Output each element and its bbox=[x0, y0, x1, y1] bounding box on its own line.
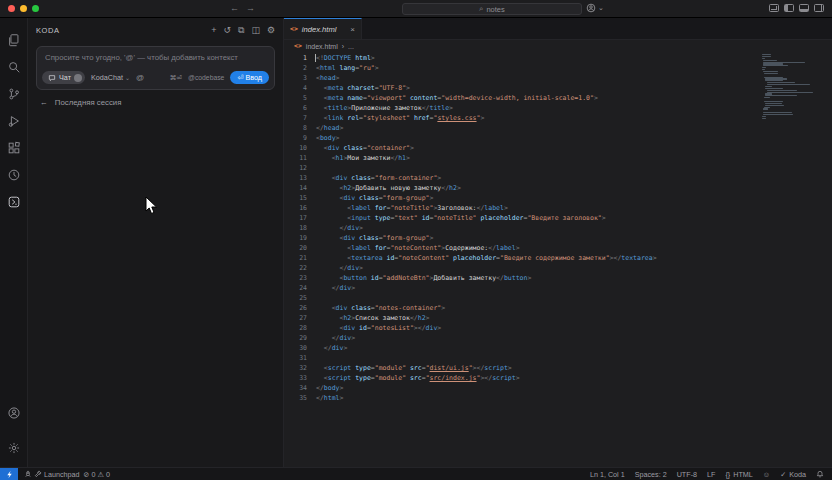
code-line[interactable]: <div class="form-container"> bbox=[316, 173, 762, 183]
source-control-icon[interactable] bbox=[0, 80, 28, 107]
settings-gear-icon[interactable] bbox=[0, 434, 28, 461]
tab-label: index.html bbox=[302, 25, 337, 34]
koda-icon[interactable] bbox=[0, 188, 28, 215]
code-line[interactable]: <input type="text" id="noteTitle" placeh… bbox=[316, 213, 762, 223]
code-line[interactable]: <script type="module" src="src/index.js"… bbox=[316, 373, 762, 383]
code-line[interactable]: <h2>Список заметок</h2> bbox=[316, 313, 762, 323]
chat-input[interactable]: Спросите что угодно, '@' — чтобы добавит… bbox=[36, 46, 275, 90]
tab-index-html[interactable]: <> index.html × bbox=[284, 18, 362, 39]
close-window-button[interactable] bbox=[8, 5, 15, 12]
breadcrumb-more[interactable]: ... bbox=[348, 43, 354, 50]
launchpad-label: Launchpad bbox=[44, 470, 80, 479]
submit-label: Ввод bbox=[245, 73, 262, 82]
model-selector[interactable]: KodaChat ⌄ bbox=[91, 73, 130, 82]
run-debug-icon[interactable] bbox=[0, 107, 28, 134]
check-icon: ✓ bbox=[780, 470, 786, 479]
last-session-label: Последняя сессия bbox=[55, 98, 122, 107]
code-line[interactable]: <div class="notes-container"> bbox=[316, 303, 762, 313]
errors-count: 0 bbox=[92, 470, 96, 479]
code-line[interactable]: <script type="module" src="dist/ui.js"><… bbox=[316, 363, 762, 373]
timeline-icon[interactable] bbox=[0, 161, 28, 188]
code-line[interactable]: </html> bbox=[316, 393, 762, 403]
code-line[interactable]: <label for="noteTitle">Заголовок:</label… bbox=[316, 203, 762, 213]
code-line[interactable]: <title>Приложение заметок</title> bbox=[316, 103, 762, 113]
search-icon[interactable] bbox=[0, 53, 28, 80]
code-line[interactable]: <head> bbox=[316, 73, 762, 83]
code-line[interactable]: <body> bbox=[316, 133, 762, 143]
mention-icon[interactable]: @ bbox=[136, 73, 144, 82]
close-tab-icon[interactable]: × bbox=[350, 25, 355, 34]
chip-toggle-knob bbox=[74, 74, 82, 82]
editor-group: <> index.html × <> index.html › ... 1234… bbox=[283, 18, 832, 467]
breadcrumb-file[interactable]: index.html bbox=[306, 43, 338, 50]
problems-item[interactable]: ⊘ 0 ⚠ 0 bbox=[84, 470, 110, 479]
code-line[interactable]: <meta name="viewport" content="width=dev… bbox=[316, 93, 762, 103]
history-icon[interactable]: ↺ bbox=[223, 26, 231, 35]
account-icon[interactable] bbox=[0, 399, 28, 426]
nav-forward-icon[interactable]: → bbox=[246, 3, 255, 13]
codebase-hint[interactable]: @codebase bbox=[188, 74, 224, 81]
code-line[interactable] bbox=[316, 293, 762, 303]
cursor-position[interactable]: Ln 1, Col 1 bbox=[590, 470, 625, 479]
eol-sequence[interactable]: LF bbox=[707, 470, 715, 479]
warnings-count: 0 bbox=[106, 470, 110, 479]
gutter: 1234567891011121314151617181920212223242… bbox=[284, 53, 307, 403]
bell-icon[interactable] bbox=[816, 470, 824, 478]
breadcrumb-separator-icon: › bbox=[342, 43, 344, 50]
code-line[interactable]: <label for="noteContent">Содержимое:</la… bbox=[316, 243, 762, 253]
code-line[interactable]: </div> bbox=[316, 343, 762, 353]
submit-button[interactable]: ⏎ Ввод bbox=[230, 71, 269, 84]
code-line[interactable]: <link rel="stylesheet" href="styles.css"… bbox=[316, 113, 762, 123]
maximize-window-button[interactable] bbox=[32, 5, 39, 12]
language-mode[interactable]: {} HTML bbox=[725, 470, 752, 479]
minimize-window-button[interactable] bbox=[20, 5, 27, 12]
chat-mode-chip[interactable]: Чат bbox=[42, 71, 85, 84]
code-line[interactable]: <div class="form-group"> bbox=[316, 233, 762, 243]
toggle-panel-button[interactable] bbox=[799, 4, 809, 12]
panel-title: KODA bbox=[36, 26, 60, 35]
customize-layout-button[interactable] bbox=[769, 4, 779, 12]
code-line[interactable]: <button id="addNoteBtn">Добавить заметку… bbox=[316, 273, 762, 283]
code-line[interactable] bbox=[316, 163, 762, 173]
code-line[interactable]: <h2>Добавить новую заметку</h2> bbox=[316, 183, 762, 193]
split-view-icon[interactable]: ◫ bbox=[251, 26, 260, 35]
open-in-editor-icon[interactable]: ⧉ bbox=[238, 26, 244, 35]
toggle-secondary-sidebar-button[interactable] bbox=[814, 4, 824, 12]
remote-indicator[interactable] bbox=[0, 468, 18, 480]
minimap[interactable] bbox=[762, 54, 812, 120]
new-chat-icon[interactable]: + bbox=[211, 26, 216, 35]
code-line[interactable]: <div class="form-group"> bbox=[316, 193, 762, 203]
code-line[interactable]: </body> bbox=[316, 383, 762, 393]
last-session-link[interactable]: ← Последняя сессия bbox=[40, 98, 273, 107]
koda-status[interactable]: ✓ Koda bbox=[780, 470, 806, 479]
code-line[interactable]: <div class="container"> bbox=[316, 143, 762, 153]
gear-icon[interactable]: ⚙ bbox=[267, 26, 275, 35]
launchpad-item[interactable]: Launchpad bbox=[24, 470, 80, 479]
nav-back-icon[interactable]: ← bbox=[230, 3, 239, 13]
workspace-name: notes bbox=[486, 5, 504, 14]
code-line[interactable]: </div> bbox=[316, 283, 762, 293]
chevron-down-icon: ⌄ bbox=[598, 4, 604, 12]
breadcrumb[interactable]: <> index.html › ... bbox=[284, 40, 832, 52]
command-center-search[interactable]: ⌕ notes bbox=[402, 3, 582, 15]
code-lines: <!DOCTYPE html><html lang="ru"><head> <m… bbox=[316, 53, 762, 403]
toggle-primary-sidebar-button[interactable] bbox=[784, 4, 794, 12]
code-line[interactable]: <!DOCTYPE html> bbox=[316, 53, 762, 63]
indentation[interactable]: Spaces: 2 bbox=[635, 470, 667, 479]
extensions-icon[interactable] bbox=[0, 134, 28, 161]
code-line[interactable] bbox=[316, 353, 762, 363]
account-menu[interactable]: ⌄ bbox=[586, 3, 604, 13]
code-line[interactable]: <textarea id="noteContent" placeholder="… bbox=[316, 253, 762, 263]
code-line[interactable]: </head> bbox=[316, 123, 762, 133]
explorer-icon[interactable] bbox=[0, 26, 28, 53]
code-line[interactable]: <h1>Мои заметки</h1> bbox=[316, 153, 762, 163]
code-area[interactable]: 1234567891011121314151617181920212223242… bbox=[284, 52, 832, 467]
encoding[interactable]: UTF-8 bbox=[677, 470, 697, 479]
code-line[interactable]: </div> bbox=[316, 263, 762, 273]
code-line[interactable]: <meta charset="UTF-8"> bbox=[316, 83, 762, 93]
code-line[interactable]: </div> bbox=[316, 223, 762, 233]
code-line[interactable]: <div id="notesList"></div> bbox=[316, 323, 762, 333]
feedback-smiley-icon[interactable]: ☺ bbox=[763, 470, 770, 479]
code-line[interactable]: <html lang="ru"> bbox=[316, 63, 762, 73]
code-line[interactable]: </div> bbox=[316, 333, 762, 343]
